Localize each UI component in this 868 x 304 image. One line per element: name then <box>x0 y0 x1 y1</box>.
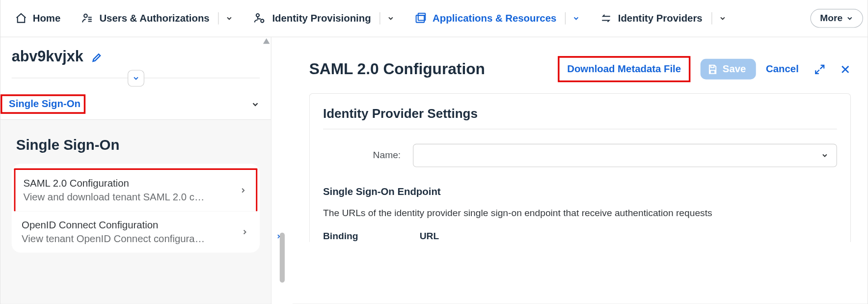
chevron-right-icon <box>241 228 249 236</box>
nav-applications-resources[interactable]: Applications & Resources <box>405 0 591 37</box>
cancel-link[interactable]: Cancel <box>766 63 799 75</box>
sso-toggle-row[interactable]: Single Sign-On <box>0 90 271 120</box>
sso-toggle-label: Single Sign-On <box>0 94 85 114</box>
name-row: Name: <box>323 144 837 167</box>
col-binding: Binding <box>323 231 420 242</box>
svg-point-1 <box>256 14 259 17</box>
separator <box>380 12 380 25</box>
scroll-up-icon[interactable] <box>262 37 271 45</box>
save-label: Save <box>723 63 746 75</box>
nav-identity-provisioning[interactable]: Identity Provisioning <box>244 0 405 37</box>
collapse-header-button[interactable] <box>127 70 144 86</box>
chevron-down-icon <box>251 100 260 109</box>
home-icon <box>15 12 27 25</box>
chevron-down-icon[interactable] <box>225 14 233 22</box>
nav-label: Users & Authorizations <box>99 12 209 24</box>
nav-label: Identity Provisioning <box>272 12 371 24</box>
more-label: More <box>820 13 842 24</box>
nav-label: Identity Providers <box>618 12 703 24</box>
svg-point-0 <box>84 14 87 18</box>
chevron-right-icon <box>239 187 247 194</box>
save-icon <box>707 63 718 75</box>
col-url: URL <box>420 231 439 242</box>
list-item-title: OpenID Connect Configuration <box>22 220 205 231</box>
separator <box>218 12 219 25</box>
divider-column <box>271 37 293 304</box>
body: abv9kvjxk Single Sign-On Single Sign-On <box>0 37 868 304</box>
chevron-down-icon[interactable] <box>387 14 395 22</box>
chevron-down-icon[interactable] <box>572 14 580 22</box>
list-item-subtitle: View and download tenant SAML 2.0 c… <box>23 192 204 203</box>
detail-header: SAML 2.0 Configuration Download Metadata… <box>293 37 868 93</box>
expand-panel-icon[interactable] <box>273 230 283 243</box>
detail-title: SAML 2.0 Configuration <box>309 60 485 78</box>
endpoint-table-header: Binding URL <box>323 231 837 242</box>
name-label: Name: <box>323 150 401 161</box>
download-metadata-link[interactable]: Download Metadata File <box>558 56 690 82</box>
left-body: Single Sign-On SAML 2.0 Configuration Vi… <box>0 120 271 304</box>
name-select[interactable] <box>413 144 837 167</box>
nav-label: Applications & Resources <box>433 12 556 24</box>
list-item-subtitle: View tenant OpenID Connect configura… <box>22 233 205 245</box>
chevron-down-icon <box>821 152 829 160</box>
svg-marker-5 <box>263 38 270 44</box>
nav-identity-providers[interactable]: Identity Providers <box>590 0 736 37</box>
provisioning-icon <box>253 12 267 25</box>
separator <box>711 12 712 25</box>
save-button[interactable]: Save <box>701 59 756 80</box>
edit-icon[interactable] <box>91 51 104 63</box>
chevron-down-icon <box>846 14 854 22</box>
nav-label: Home <box>33 12 61 24</box>
left-column: abv9kvjxk Single Sign-On Single Sign-On <box>0 37 271 304</box>
panel-heading: Single Sign-On <box>16 137 260 154</box>
config-card: SAML 2.0 Configuration View and download… <box>12 164 260 252</box>
nav-users-authorizations[interactable]: Users & Authorizations <box>71 0 244 37</box>
nav-home[interactable]: Home <box>5 0 70 37</box>
fullscreen-icon[interactable] <box>812 61 828 77</box>
right-column: SAML 2.0 Configuration Download Metadata… <box>293 37 868 304</box>
applications-icon <box>415 12 427 25</box>
top-nav: Home Users & Authorizations Identity Pro… <box>0 0 868 37</box>
sync-icon <box>600 12 613 25</box>
svg-rect-3 <box>416 15 425 23</box>
detail-body: Identity Provider Settings Name: Single … <box>293 93 868 242</box>
list-item-openid[interactable]: OpenID Connect Configuration View tenant… <box>14 212 257 253</box>
close-icon[interactable] <box>838 61 853 77</box>
left-header: abv9kvjxk <box>0 37 271 90</box>
tenant-title: abv9kvjxk <box>12 48 83 65</box>
sso-endpoint-desc: The URLs of the identity provider single… <box>323 208 837 219</box>
separator <box>565 12 566 25</box>
sso-endpoint-heading: Single Sign-On Endpoint <box>323 186 837 198</box>
chevron-down-icon[interactable] <box>718 14 726 22</box>
svg-point-2 <box>261 19 264 22</box>
idp-settings-section: Identity Provider Settings Name: Single … <box>309 93 851 242</box>
more-button[interactable]: More <box>811 9 863 28</box>
users-icon <box>81 12 94 25</box>
list-item-title: SAML 2.0 Configuration <box>23 178 204 190</box>
section-title: Identity Provider Settings <box>323 106 837 129</box>
list-item-saml[interactable]: SAML 2.0 Configuration View and download… <box>14 168 257 212</box>
